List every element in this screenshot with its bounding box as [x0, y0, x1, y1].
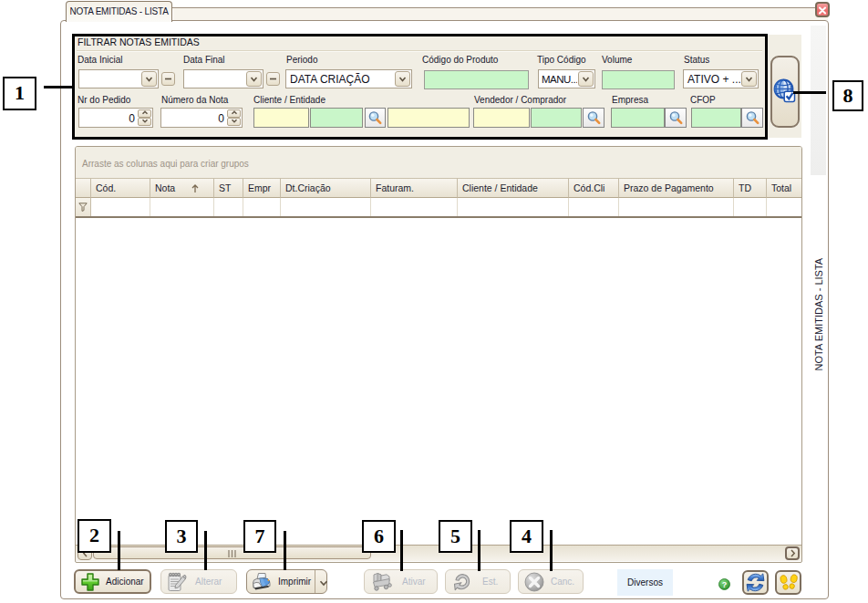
svg-text:?: ?: [722, 580, 728, 589]
